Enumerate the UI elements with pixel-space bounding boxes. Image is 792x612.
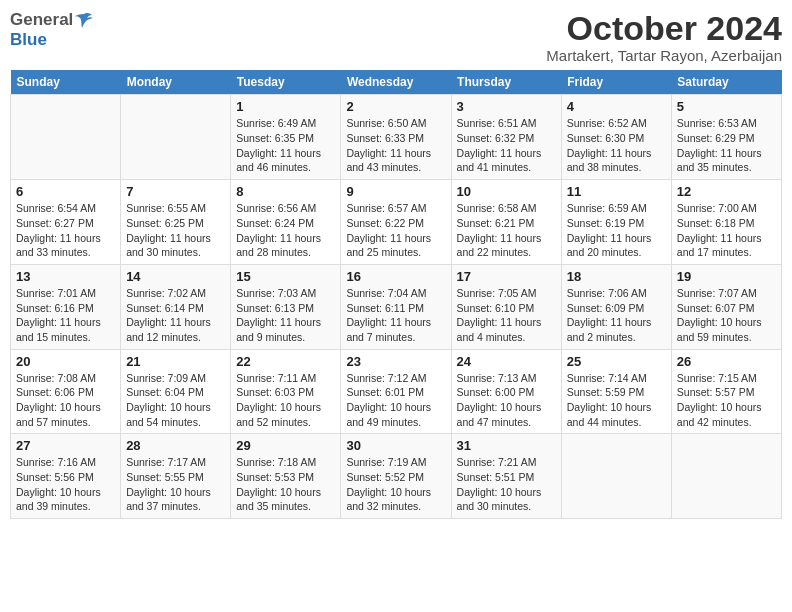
day-info: Sunrise: 6:57 AM Sunset: 6:22 PM Dayligh…: [346, 201, 445, 260]
calendar-cell: 24Sunrise: 7:13 AM Sunset: 6:00 PM Dayli…: [451, 349, 561, 434]
weekday-header: Tuesday: [231, 70, 341, 95]
calendar-cell: 20Sunrise: 7:08 AM Sunset: 6:06 PM Dayli…: [11, 349, 121, 434]
weekday-header: Sunday: [11, 70, 121, 95]
day-info: Sunrise: 7:21 AM Sunset: 5:51 PM Dayligh…: [457, 455, 556, 514]
logo-blue-text: Blue: [10, 30, 47, 50]
calendar-cell: 7Sunrise: 6:55 AM Sunset: 6:25 PM Daylig…: [121, 180, 231, 265]
weekday-header-row: SundayMondayTuesdayWednesdayThursdayFrid…: [11, 70, 782, 95]
day-info: Sunrise: 6:58 AM Sunset: 6:21 PM Dayligh…: [457, 201, 556, 260]
day-number: 29: [236, 438, 335, 453]
calendar-cell: [671, 434, 781, 519]
calendar-cell: 11Sunrise: 6:59 AM Sunset: 6:19 PM Dayli…: [561, 180, 671, 265]
calendar-cell: 6Sunrise: 6:54 AM Sunset: 6:27 PM Daylig…: [11, 180, 121, 265]
day-number: 11: [567, 184, 666, 199]
day-info: Sunrise: 7:17 AM Sunset: 5:55 PM Dayligh…: [126, 455, 225, 514]
location-subtitle: Martakert, Tartar Rayon, Azerbaijan: [546, 47, 782, 64]
day-number: 1: [236, 99, 335, 114]
day-number: 3: [457, 99, 556, 114]
day-number: 15: [236, 269, 335, 284]
calendar-cell: 8Sunrise: 6:56 AM Sunset: 6:24 PM Daylig…: [231, 180, 341, 265]
day-info: Sunrise: 7:18 AM Sunset: 5:53 PM Dayligh…: [236, 455, 335, 514]
calendar-cell: [11, 95, 121, 180]
calendar-cell: 1Sunrise: 6:49 AM Sunset: 6:35 PM Daylig…: [231, 95, 341, 180]
day-number: 12: [677, 184, 776, 199]
month-title: October 2024: [546, 10, 782, 47]
day-info: Sunrise: 6:51 AM Sunset: 6:32 PM Dayligh…: [457, 116, 556, 175]
calendar-week-row: 13Sunrise: 7:01 AM Sunset: 6:16 PM Dayli…: [11, 264, 782, 349]
day-info: Sunrise: 6:54 AM Sunset: 6:27 PM Dayligh…: [16, 201, 115, 260]
calendar-cell: 17Sunrise: 7:05 AM Sunset: 6:10 PM Dayli…: [451, 264, 561, 349]
calendar-week-row: 27Sunrise: 7:16 AM Sunset: 5:56 PM Dayli…: [11, 434, 782, 519]
calendar-cell: 28Sunrise: 7:17 AM Sunset: 5:55 PM Dayli…: [121, 434, 231, 519]
calendar-week-row: 1Sunrise: 6:49 AM Sunset: 6:35 PM Daylig…: [11, 95, 782, 180]
day-info: Sunrise: 7:07 AM Sunset: 6:07 PM Dayligh…: [677, 286, 776, 345]
day-info: Sunrise: 6:53 AM Sunset: 6:29 PM Dayligh…: [677, 116, 776, 175]
day-number: 13: [16, 269, 115, 284]
day-number: 27: [16, 438, 115, 453]
day-number: 5: [677, 99, 776, 114]
day-info: Sunrise: 7:16 AM Sunset: 5:56 PM Dayligh…: [16, 455, 115, 514]
calendar-cell: 19Sunrise: 7:07 AM Sunset: 6:07 PM Dayli…: [671, 264, 781, 349]
calendar-cell: 4Sunrise: 6:52 AM Sunset: 6:30 PM Daylig…: [561, 95, 671, 180]
day-number: 7: [126, 184, 225, 199]
day-info: Sunrise: 7:04 AM Sunset: 6:11 PM Dayligh…: [346, 286, 445, 345]
day-info: Sunrise: 6:59 AM Sunset: 6:19 PM Dayligh…: [567, 201, 666, 260]
day-info: Sunrise: 7:01 AM Sunset: 6:16 PM Dayligh…: [16, 286, 115, 345]
weekday-header: Monday: [121, 70, 231, 95]
calendar-cell: 23Sunrise: 7:12 AM Sunset: 6:01 PM Dayli…: [341, 349, 451, 434]
calendar-cell: 25Sunrise: 7:14 AM Sunset: 5:59 PM Dayli…: [561, 349, 671, 434]
logo: General Blue: [10, 10, 94, 50]
day-number: 8: [236, 184, 335, 199]
calendar-cell: 3Sunrise: 6:51 AM Sunset: 6:32 PM Daylig…: [451, 95, 561, 180]
calendar-cell: 27Sunrise: 7:16 AM Sunset: 5:56 PM Dayli…: [11, 434, 121, 519]
day-info: Sunrise: 7:13 AM Sunset: 6:00 PM Dayligh…: [457, 371, 556, 430]
day-info: Sunrise: 7:06 AM Sunset: 6:09 PM Dayligh…: [567, 286, 666, 345]
day-number: 23: [346, 354, 445, 369]
calendar-cell: 13Sunrise: 7:01 AM Sunset: 6:16 PM Dayli…: [11, 264, 121, 349]
day-info: Sunrise: 7:15 AM Sunset: 5:57 PM Dayligh…: [677, 371, 776, 430]
weekday-header: Thursday: [451, 70, 561, 95]
calendar-cell: 21Sunrise: 7:09 AM Sunset: 6:04 PM Dayli…: [121, 349, 231, 434]
calendar-cell: [121, 95, 231, 180]
day-info: Sunrise: 6:50 AM Sunset: 6:33 PM Dayligh…: [346, 116, 445, 175]
day-number: 25: [567, 354, 666, 369]
day-number: 22: [236, 354, 335, 369]
day-number: 31: [457, 438, 556, 453]
day-info: Sunrise: 6:55 AM Sunset: 6:25 PM Dayligh…: [126, 201, 225, 260]
day-number: 14: [126, 269, 225, 284]
day-number: 19: [677, 269, 776, 284]
title-area: October 2024 Martakert, Tartar Rayon, Az…: [546, 10, 782, 64]
day-number: 26: [677, 354, 776, 369]
calendar-cell: 15Sunrise: 7:03 AM Sunset: 6:13 PM Dayli…: [231, 264, 341, 349]
weekday-header: Wednesday: [341, 70, 451, 95]
day-info: Sunrise: 6:49 AM Sunset: 6:35 PM Dayligh…: [236, 116, 335, 175]
day-number: 2: [346, 99, 445, 114]
weekday-header: Saturday: [671, 70, 781, 95]
calendar-cell: 16Sunrise: 7:04 AM Sunset: 6:11 PM Dayli…: [341, 264, 451, 349]
calendar-cell: 18Sunrise: 7:06 AM Sunset: 6:09 PM Dayli…: [561, 264, 671, 349]
day-info: Sunrise: 7:11 AM Sunset: 6:03 PM Dayligh…: [236, 371, 335, 430]
day-number: 9: [346, 184, 445, 199]
calendar-cell: 30Sunrise: 7:19 AM Sunset: 5:52 PM Dayli…: [341, 434, 451, 519]
day-number: 21: [126, 354, 225, 369]
day-info: Sunrise: 7:12 AM Sunset: 6:01 PM Dayligh…: [346, 371, 445, 430]
day-number: 30: [346, 438, 445, 453]
calendar-cell: 12Sunrise: 7:00 AM Sunset: 6:18 PM Dayli…: [671, 180, 781, 265]
day-number: 10: [457, 184, 556, 199]
day-info: Sunrise: 7:14 AM Sunset: 5:59 PM Dayligh…: [567, 371, 666, 430]
day-info: Sunrise: 7:19 AM Sunset: 5:52 PM Dayligh…: [346, 455, 445, 514]
page-header: General Blue October 2024 Martakert, Tar…: [10, 10, 782, 64]
weekday-header: Friday: [561, 70, 671, 95]
day-info: Sunrise: 7:09 AM Sunset: 6:04 PM Dayligh…: [126, 371, 225, 430]
calendar-cell: 29Sunrise: 7:18 AM Sunset: 5:53 PM Dayli…: [231, 434, 341, 519]
calendar-week-row: 6Sunrise: 6:54 AM Sunset: 6:27 PM Daylig…: [11, 180, 782, 265]
calendar-table: SundayMondayTuesdayWednesdayThursdayFrid…: [10, 70, 782, 519]
day-info: Sunrise: 7:02 AM Sunset: 6:14 PM Dayligh…: [126, 286, 225, 345]
day-info: Sunrise: 7:05 AM Sunset: 6:10 PM Dayligh…: [457, 286, 556, 345]
calendar-week-row: 20Sunrise: 7:08 AM Sunset: 6:06 PM Dayli…: [11, 349, 782, 434]
day-number: 20: [16, 354, 115, 369]
calendar-cell: 31Sunrise: 7:21 AM Sunset: 5:51 PM Dayli…: [451, 434, 561, 519]
day-info: Sunrise: 7:08 AM Sunset: 6:06 PM Dayligh…: [16, 371, 115, 430]
calendar-cell: 2Sunrise: 6:50 AM Sunset: 6:33 PM Daylig…: [341, 95, 451, 180]
day-number: 6: [16, 184, 115, 199]
